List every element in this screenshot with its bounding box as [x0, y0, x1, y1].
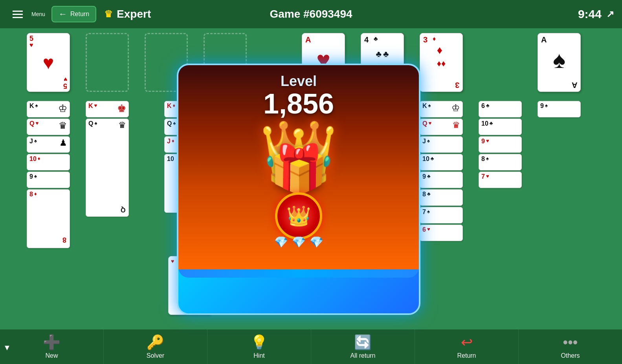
foundation-3d[interactable]: 3 ♦ ♦♦♦ 3 [420, 33, 463, 92]
crown-icon: ♛ [104, 9, 113, 20]
game-area: 5 ♥ ♥ ♥ 5 A ♥ A 4 ♣ ♣♣ ♣♣ 4 3 ♦ ♦♦♦ 3 A … [0, 28, 622, 329]
card-8s[interactable]: 8♠ [479, 154, 522, 170]
solver-label: Solver [147, 352, 164, 359]
return-toolbar-icon: ↩ [461, 334, 473, 351]
foundation-as[interactable]: A ♠ A [538, 33, 581, 92]
diamond-gem-2: 💎 [292, 236, 306, 249]
return-toolbar-label: Return [457, 352, 476, 359]
card-js2[interactable]: J♠ [420, 136, 463, 153]
card-8d[interactable]: 8♦ 8 [27, 189, 70, 248]
diamond-gem-3: 💎 [310, 236, 323, 249]
return-toolbar-button[interactable]: ↩ Return [415, 329, 519, 364]
allreturn-icon: 🔄 [354, 334, 372, 351]
card-js[interactable]: J♠ ♟ [27, 136, 70, 153]
card-7s[interactable]: 7♠ [420, 207, 463, 223]
solver-button[interactable]: 🔑 Solver [104, 329, 207, 364]
down-arrow-icon[interactable]: ▼ [3, 343, 11, 352]
header: Menu ← Return ♛ Expert Game #6093494 9:4… [0, 0, 622, 28]
card-qs-big[interactable]: Q♠ ♛ Q [86, 119, 129, 217]
toolbar: ▼ ➕ New 🔑 Solver 💡 Hint 🔄 All return ↩ R… [0, 329, 622, 364]
others-label: Others [561, 352, 580, 359]
card-10d[interactable]: 10♦ [27, 154, 70, 170]
others-button[interactable]: ••• Others [519, 329, 622, 364]
card-6h[interactable]: 6♥ [420, 225, 463, 241]
allreturn-button[interactable]: 🔄 All return [311, 329, 415, 364]
card-7h[interactable]: 7♥ [479, 172, 522, 188]
card-6c[interactable]: 6♣ [479, 101, 522, 117]
timer-value: 9:44 [578, 7, 602, 21]
solver-icon: 🔑 [147, 334, 164, 351]
card-9c[interactable]: 9♣ [420, 172, 463, 188]
game-number: Game #6093494 [270, 8, 352, 20]
new-label: New [45, 352, 58, 359]
card-ks2[interactable]: K♠ ♔ [420, 101, 463, 117]
card-qh[interactable]: Q♥ ♛ [27, 119, 70, 135]
diamond-gem-1: 💎 [274, 236, 288, 249]
difficulty-display: ♛ Expert [104, 8, 151, 20]
level-number: 1,856 [263, 90, 334, 118]
level-popup: Level 1,856 👑 🎁 👑 💎 💎 💎 Diamond Grandmas… [177, 64, 420, 315]
others-icon: ••• [563, 334, 578, 351]
return-arrow: ← [59, 9, 67, 19]
hint-button[interactable]: 💡 Hint [207, 329, 311, 364]
allreturn-label: All return [350, 352, 375, 359]
card-9s[interactable]: 9♠ [27, 172, 70, 188]
popup-crown-icon: 👑 [286, 205, 311, 227]
card-5h[interactable]: 5 ♥ ♥ ♥ 5 [27, 33, 70, 92]
timer: 9:44 ↗ [578, 7, 614, 21]
card-ks[interactable]: K♠ ♔ [27, 101, 70, 117]
card-kh[interactable]: K♥ ♚ [86, 101, 129, 117]
difficulty-label: Expert [117, 8, 151, 20]
empty-slot-1[interactable] [86, 33, 129, 92]
card-8c[interactable]: 8♣ [420, 189, 463, 206]
return-button[interactable]: ← Return [51, 6, 96, 22]
hint-icon: 💡 [250, 334, 268, 351]
new-icon: ➕ [43, 334, 61, 351]
hint-label: Hint [253, 352, 264, 359]
return-label: Return [70, 11, 89, 18]
card-10c2[interactable]: 10♣ [479, 119, 522, 135]
level-label: Level [263, 73, 334, 90]
fullscreen-icon[interactable]: ↗ [606, 9, 614, 20]
card-qh2[interactable]: Q♥ ♛ [420, 119, 463, 135]
card-9h[interactable]: 9♥ [479, 136, 522, 153]
card-9s2[interactable]: 9♠ [538, 101, 581, 117]
new-button[interactable]: ➕ New [0, 329, 104, 364]
card-10c[interactable]: 10♣ [420, 154, 463, 170]
menu-label: Menu [31, 11, 45, 17]
menu-button[interactable] [8, 7, 28, 21]
